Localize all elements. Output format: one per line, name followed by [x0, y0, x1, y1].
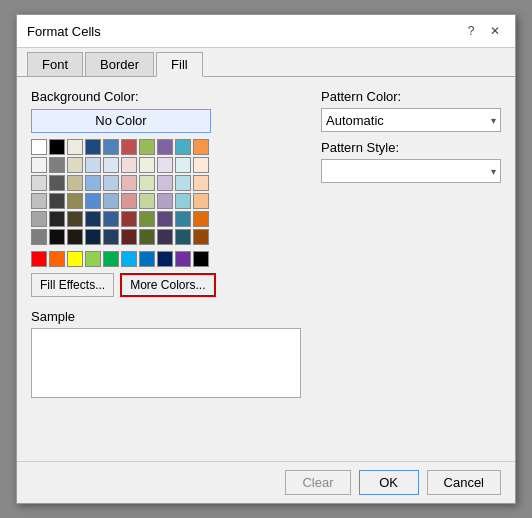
fill-effects-button[interactable]: Fill Effects...	[31, 273, 114, 297]
color-buttons: Fill Effects... More Colors...	[31, 273, 301, 297]
color-cell[interactable]	[175, 211, 191, 227]
sample-section: Sample	[31, 309, 301, 398]
cancel-button[interactable]: Cancel	[427, 470, 501, 495]
color-cell[interactable]	[193, 211, 209, 227]
color-cell[interactable]	[31, 157, 47, 173]
color-cell[interactable]	[85, 193, 101, 209]
color-cell[interactable]	[175, 175, 191, 191]
color-cell[interactable]	[193, 193, 209, 209]
color-cell[interactable]	[103, 211, 119, 227]
tab-font[interactable]: Font	[27, 52, 83, 76]
color-cell[interactable]	[85, 157, 101, 173]
color-row-5	[31, 211, 301, 227]
color-cell[interactable]	[31, 139, 47, 155]
title-bar-icons: ? ✕	[461, 21, 505, 41]
color-cell[interactable]	[103, 139, 119, 155]
color-cell[interactable]	[175, 139, 191, 155]
color-cell[interactable]	[121, 193, 137, 209]
color-cell[interactable]	[31, 175, 47, 191]
color-row-4	[31, 193, 301, 209]
pattern-style-label: Pattern Style:	[321, 140, 501, 155]
color-cell[interactable]	[67, 139, 83, 155]
color-cell[interactable]	[157, 251, 173, 267]
color-cell[interactable]	[85, 251, 101, 267]
color-cell[interactable]	[67, 251, 83, 267]
color-cell[interactable]	[67, 211, 83, 227]
color-cell[interactable]	[175, 229, 191, 245]
color-cell[interactable]	[121, 175, 137, 191]
tab-fill[interactable]: Fill	[156, 52, 203, 77]
color-grid	[31, 139, 301, 267]
help-icon[interactable]: ?	[461, 21, 481, 41]
color-row-standard	[31, 251, 301, 267]
color-cell[interactable]	[175, 193, 191, 209]
color-row-1	[31, 139, 301, 155]
color-cell[interactable]	[121, 139, 137, 155]
color-cell[interactable]	[103, 175, 119, 191]
color-cell[interactable]	[67, 157, 83, 173]
color-cell[interactable]	[157, 193, 173, 209]
color-cell[interactable]	[139, 157, 155, 173]
color-cell[interactable]	[103, 193, 119, 209]
close-icon[interactable]: ✕	[485, 21, 505, 41]
color-cell[interactable]	[193, 229, 209, 245]
color-cell[interactable]	[193, 157, 209, 173]
color-cell[interactable]	[67, 175, 83, 191]
color-cell[interactable]	[85, 211, 101, 227]
color-cell[interactable]	[31, 193, 47, 209]
color-cell[interactable]	[49, 175, 65, 191]
color-cell[interactable]	[103, 157, 119, 173]
no-color-button[interactable]: No Color	[31, 109, 211, 133]
color-cell[interactable]	[139, 211, 155, 227]
color-row-2	[31, 157, 301, 173]
ok-button[interactable]: OK	[359, 470, 419, 495]
pattern-style-dropdown[interactable]: ▾	[321, 159, 501, 183]
tab-border[interactable]: Border	[85, 52, 154, 76]
color-cell[interactable]	[157, 157, 173, 173]
color-cell[interactable]	[121, 251, 137, 267]
color-cell[interactable]	[175, 251, 191, 267]
color-cell[interactable]	[175, 157, 191, 173]
color-cell[interactable]	[67, 193, 83, 209]
sample-box	[31, 328, 301, 398]
pattern-color-value: Automatic	[326, 113, 384, 128]
pattern-color-arrow-icon: ▾	[491, 115, 496, 126]
color-cell[interactable]	[121, 157, 137, 173]
color-cell[interactable]	[49, 251, 65, 267]
color-cell[interactable]	[121, 229, 137, 245]
color-cell[interactable]	[139, 139, 155, 155]
color-cell[interactable]	[49, 229, 65, 245]
more-colors-button[interactable]: More Colors...	[120, 273, 215, 297]
color-cell[interactable]	[85, 139, 101, 155]
color-cell[interactable]	[139, 251, 155, 267]
color-cell[interactable]	[49, 211, 65, 227]
color-cell[interactable]	[157, 175, 173, 191]
color-cell[interactable]	[139, 229, 155, 245]
color-cell[interactable]	[121, 211, 137, 227]
color-cell[interactable]	[157, 211, 173, 227]
color-cell[interactable]	[193, 251, 209, 267]
color-cell[interactable]	[157, 139, 173, 155]
color-cell[interactable]	[139, 175, 155, 191]
background-color-label: Background Color:	[31, 89, 301, 104]
format-cells-dialog: Format Cells ? ✕ Font Border Fill Backgr…	[16, 14, 516, 504]
dialog-footer: Clear OK Cancel	[17, 461, 515, 503]
tab-bar: Font Border Fill	[17, 48, 515, 77]
color-cell[interactable]	[157, 229, 173, 245]
color-cell[interactable]	[49, 157, 65, 173]
color-cell[interactable]	[193, 175, 209, 191]
pattern-color-dropdown[interactable]: Automatic ▾	[321, 108, 501, 132]
color-cell[interactable]	[103, 251, 119, 267]
color-cell[interactable]	[31, 211, 47, 227]
color-cell[interactable]	[193, 139, 209, 155]
color-cell[interactable]	[31, 251, 47, 267]
color-cell[interactable]	[103, 229, 119, 245]
color-cell[interactable]	[85, 229, 101, 245]
color-cell[interactable]	[67, 229, 83, 245]
color-cell[interactable]	[31, 229, 47, 245]
color-cell[interactable]	[85, 175, 101, 191]
color-cell[interactable]	[139, 193, 155, 209]
clear-button[interactable]: Clear	[285, 470, 350, 495]
color-cell[interactable]	[49, 193, 65, 209]
color-cell[interactable]	[49, 139, 65, 155]
